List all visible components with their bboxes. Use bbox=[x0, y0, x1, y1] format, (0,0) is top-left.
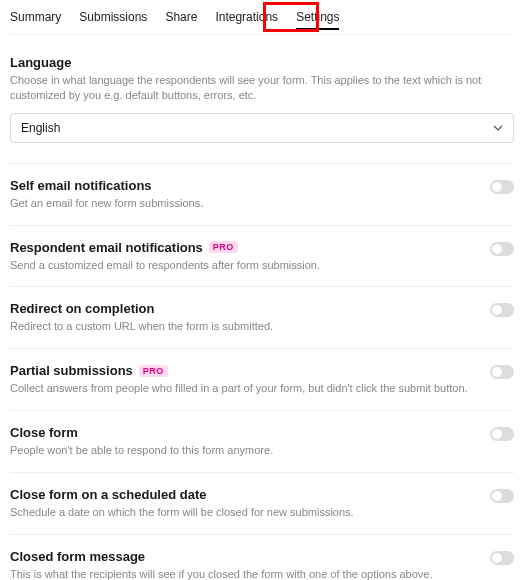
self-email-toggle[interactable] bbox=[490, 180, 514, 194]
closed-message-title: Closed form message bbox=[10, 549, 490, 564]
self-email-desc: Get an email for new form submissions. bbox=[10, 196, 490, 211]
redirect-title: Redirect on completion bbox=[10, 301, 490, 316]
tab-share[interactable]: Share bbox=[165, 8, 197, 26]
section-language: Language Choose in what language the res… bbox=[10, 55, 514, 164]
section-closed-message: Closed form message This is what the rec… bbox=[10, 535, 514, 580]
section-close-form: Close form People won't be able to respo… bbox=[10, 411, 514, 473]
tab-integrations[interactable]: Integrations bbox=[215, 8, 278, 26]
redirect-desc: Redirect to a custom URL when the form i… bbox=[10, 319, 490, 334]
partial-title: Partial submissions bbox=[10, 363, 133, 378]
section-redirect: Redirect on completion Redirect to a cus… bbox=[10, 287, 514, 349]
close-scheduled-title: Close form on a scheduled date bbox=[10, 487, 490, 502]
closed-message-toggle[interactable] bbox=[490, 551, 514, 565]
close-form-desc: People won't be able to respond to this … bbox=[10, 443, 490, 458]
pro-badge: PRO bbox=[139, 365, 168, 377]
tab-submissions[interactable]: Submissions bbox=[79, 8, 147, 26]
tab-summary[interactable]: Summary bbox=[10, 8, 61, 26]
section-close-scheduled: Close form on a scheduled date Schedule … bbox=[10, 473, 514, 535]
partial-toggle[interactable] bbox=[490, 365, 514, 379]
chevron-down-icon bbox=[493, 123, 503, 133]
language-desc: Choose in what language the respondents … bbox=[10, 73, 514, 103]
respondent-email-desc: Send a customized email to respondents a… bbox=[10, 258, 490, 273]
self-email-title: Self email notifications bbox=[10, 178, 490, 193]
tabs-bar: Summary Submissions Share Integrations S… bbox=[10, 8, 514, 35]
respondent-email-toggle[interactable] bbox=[490, 242, 514, 256]
respondent-email-title: Respondent email notifications bbox=[10, 240, 203, 255]
section-self-email: Self email notifications Get an email fo… bbox=[10, 164, 514, 226]
close-scheduled-desc: Schedule a date on which the form will b… bbox=[10, 505, 490, 520]
language-value: English bbox=[21, 121, 60, 135]
language-title: Language bbox=[10, 55, 514, 70]
close-form-toggle[interactable] bbox=[490, 427, 514, 441]
close-form-title: Close form bbox=[10, 425, 490, 440]
section-partial: Partial submissions PRO Collect answers … bbox=[10, 349, 514, 411]
language-select[interactable]: English bbox=[10, 113, 514, 143]
section-respondent-email: Respondent email notifications PRO Send … bbox=[10, 226, 514, 288]
pro-badge: PRO bbox=[209, 241, 238, 253]
closed-message-desc: This is what the recipients will see if … bbox=[10, 567, 490, 580]
close-scheduled-toggle[interactable] bbox=[490, 489, 514, 503]
redirect-toggle[interactable] bbox=[490, 303, 514, 317]
tab-settings[interactable]: Settings bbox=[296, 8, 339, 26]
partial-desc: Collect answers from people who filled i… bbox=[10, 381, 490, 396]
